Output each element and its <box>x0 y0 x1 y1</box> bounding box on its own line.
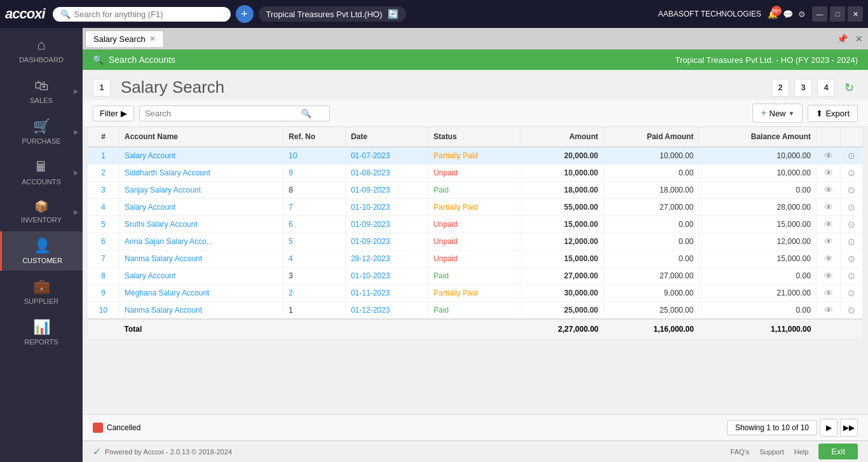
sidebar-item-sales[interactable]: 🛍 SALES ▶ <box>0 71 83 111</box>
row-amount: 12,000.00 <box>520 233 604 250</box>
powered-by: ✓ Powered by Accoxi - 2.0.13 © 2018-2024 <box>93 445 232 458</box>
step1-badge[interactable]: 1 <box>93 79 111 97</box>
global-search-box[interactable]: 🔍 <box>53 7 231 22</box>
row-action-button[interactable]: ⊙ <box>841 233 863 250</box>
tab-bar: Salary Search ✕ 📌 ✕ <box>83 28 868 50</box>
step2-badge[interactable]: 2 <box>771 79 789 97</box>
sidebar-item-reports[interactable]: 📊 REPORTS <box>0 313 83 352</box>
row-status: Paid <box>428 302 520 320</box>
company-label: AABASOFT TECHNOLOGIES <box>658 10 761 18</box>
refresh-button[interactable]: ↻ <box>840 79 858 97</box>
message-icon[interactable]: 💬 <box>783 10 793 19</box>
row-ref: 7 <box>283 199 346 216</box>
notification-bell[interactable]: 🔔 99+ <box>768 10 778 19</box>
table-row[interactable]: 4 Salary Account 7 01-10-2023 Partially … <box>88 199 863 216</box>
row-ref: 8 <box>283 182 346 199</box>
table-row[interactable]: 8 Salary Account 3 01-10-2023 Paid 27,00… <box>88 268 863 285</box>
accounts-icon: 🖩 <box>34 159 48 175</box>
row-action-button[interactable]: ⊙ <box>841 268 863 285</box>
row-paid: 9,000.00 <box>604 285 699 302</box>
row-ref: 4 <box>283 250 346 268</box>
search-field[interactable]: 🔍 <box>139 105 330 121</box>
tab-pin-button[interactable]: 📌 <box>834 32 850 45</box>
row-view-button[interactable]: 👁 <box>816 199 840 216</box>
company-selector[interactable]: Tropical Treasures Pvt Ltd.(HO) 🔄 <box>259 6 406 22</box>
table-row[interactable]: 7 Nanma Salary Account 4 28-12-2023 Unpa… <box>88 250 863 268</box>
col-status: Status <box>428 127 520 147</box>
export-button[interactable]: ⬆ Export <box>808 105 858 122</box>
row-action-button[interactable]: ⊙ <box>841 199 863 216</box>
row-view-button[interactable]: 👁 <box>816 147 840 165</box>
row-view-button[interactable]: 👁 <box>816 250 840 268</box>
search-input[interactable] <box>145 109 297 118</box>
sidebar-item-dashboard[interactable]: ⌂ DASHBOARD <box>0 31 83 70</box>
row-ref: 9 <box>283 165 346 182</box>
table-row[interactable]: 2 Siddharth Salary Account 9 01-08-2023 … <box>88 165 863 182</box>
search-accounts-label[interactable]: 🔍 Search Accounts <box>93 55 175 65</box>
global-search-input[interactable] <box>74 10 214 19</box>
purchase-icon: 🛒 <box>33 118 50 135</box>
sidebar-item-inventory[interactable]: 📦 INVENTORY ▶ <box>0 193 83 230</box>
row-amount: 55,000.00 <box>520 199 604 216</box>
row-paid: 0.00 <box>604 233 699 250</box>
table-row[interactable]: 9 Meghana Salary Account 2 01-11-2023 Pa… <box>88 285 863 302</box>
add-button[interactable]: + <box>236 5 254 23</box>
table-row[interactable]: 3 Sanjay Salary Account 8 01-09-2023 Pai… <box>88 182 863 199</box>
filter-button[interactable]: Filter ▶ <box>93 105 134 121</box>
row-amount: 30,000.00 <box>520 285 604 302</box>
close-button[interactable]: ✕ <box>848 6 863 22</box>
supplier-icon: 💼 <box>33 278 50 295</box>
row-action-button[interactable]: ⊙ <box>841 302 863 320</box>
row-date: 01-10-2023 <box>346 199 428 216</box>
row-balance: 28,000.00 <box>699 199 817 216</box>
faqs-link[interactable]: FAQ's <box>731 448 750 456</box>
row-view-button[interactable]: 👁 <box>816 302 840 320</box>
row-num: 10 <box>88 302 119 320</box>
tab-salary-search[interactable]: Salary Search ✕ <box>85 31 164 47</box>
row-date: 28-12-2023 <box>346 250 428 268</box>
row-date: 01-07-2023 <box>346 147 428 165</box>
tab-close-icon[interactable]: ✕ <box>149 34 156 43</box>
row-balance: 15,000.00 <box>699 216 817 233</box>
table-row[interactable]: 1 Salary Account 10 01-07-2023 Partially… <box>88 147 863 165</box>
row-action-button[interactable]: ⊙ <box>841 285 863 302</box>
sidebar-item-purchase[interactable]: 🛒 PURCHASE ▶ <box>0 112 83 151</box>
next-page-button[interactable]: ▶ <box>820 419 837 437</box>
row-action-button[interactable]: ⊙ <box>841 165 863 182</box>
row-action-button[interactable]: ⊙ <box>841 182 863 199</box>
new-button[interactable]: + New ▼ <box>752 104 803 123</box>
refresh-icon[interactable]: 🔄 <box>388 9 398 19</box>
col-paid: Paid Amount <box>604 127 699 147</box>
table-row[interactable]: 5 Sruthi Salary Account 6 01-09-2023 Unp… <box>88 216 863 233</box>
row-balance: 0.00 <box>699 302 817 320</box>
total-label: Total <box>119 319 283 339</box>
help-link[interactable]: Help <box>794 448 809 456</box>
sidebar-item-accounts[interactable]: 🖩 ACCOUNTS ▶ <box>0 153 83 192</box>
row-date: 01-09-2023 <box>346 182 428 199</box>
row-view-button[interactable]: 👁 <box>816 285 840 302</box>
minimize-button[interactable]: — <box>812 6 827 22</box>
maximize-button[interactable]: □ <box>830 6 845 22</box>
row-action-button[interactable]: ⊙ <box>841 147 863 165</box>
sidebar-item-supplier[interactable]: 💼 SUPPLIER <box>0 272 83 311</box>
exit-button[interactable]: Exit <box>818 444 858 459</box>
row-action-button[interactable]: ⊙ <box>841 250 863 268</box>
row-view-button[interactable]: 👁 <box>816 233 840 250</box>
sidebar-item-customer[interactable]: 👤 CUSTOMER <box>0 231 83 271</box>
table-row[interactable]: 6 Anna Sajan Salary Acco... 5 01-09-2023… <box>88 233 863 250</box>
new-dropdown-icon[interactable]: ▼ <box>789 110 795 117</box>
support-link[interactable]: Support <box>759 448 784 456</box>
row-view-button[interactable]: 👁 <box>816 216 840 233</box>
row-action-button[interactable]: ⊙ <box>841 216 863 233</box>
settings-icon[interactable]: ⚙ <box>798 10 806 19</box>
last-page-button[interactable]: ▶▶ <box>840 419 858 437</box>
tab-close-all-button[interactable]: ✕ <box>853 32 865 45</box>
step4-badge[interactable]: 4 <box>817 79 835 97</box>
table-row[interactable]: 10 Nanma Salary Account 1 01-12-2023 Pai… <box>88 302 863 320</box>
row-view-button[interactable]: 👁 <box>816 182 840 199</box>
row-balance: 10,000.00 <box>699 147 817 165</box>
row-amount: 10,000.00 <box>520 165 604 182</box>
row-view-button[interactable]: 👁 <box>816 268 840 285</box>
step3-badge[interactable]: 3 <box>794 79 812 97</box>
row-view-button[interactable]: 👁 <box>816 165 840 182</box>
